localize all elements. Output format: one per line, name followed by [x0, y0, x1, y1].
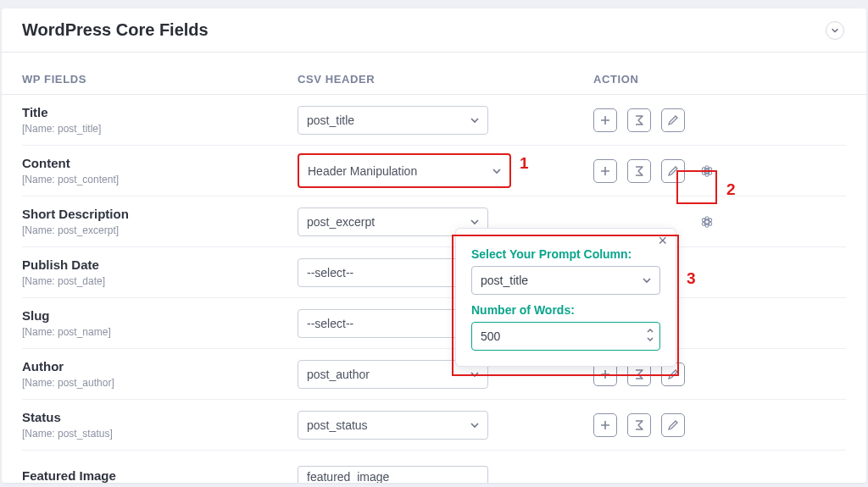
chevron-down-icon [831, 26, 839, 35]
plus-icon [598, 418, 612, 432]
ai-icon [700, 164, 714, 178]
field-info: Title [Name: post_title] [22, 105, 298, 135]
row-actions [556, 159, 846, 183]
collapse-toggle[interactable] [826, 21, 844, 40]
field-name: [Name: post_author] [22, 377, 298, 389]
chevron-down-icon [470, 217, 480, 227]
field-info: Featured Image [22, 468, 298, 483]
formula-button[interactable] [627, 108, 651, 132]
words-input[interactable]: 500 [471, 322, 660, 351]
field-info: Short Description [Name: post_excerpt] [22, 207, 298, 236]
ai-generate-button[interactable] [695, 210, 719, 234]
rows-container: Title [Name: post_title] post_title Cont… [2, 95, 866, 483]
chevron-down-icon [470, 115, 480, 125]
select-value: featured_image [307, 470, 389, 484]
csv-header-select[interactable]: Header Manipulation [298, 153, 511, 188]
field-name: [Name: post_content] [22, 174, 298, 185]
annotation-callout: 3 [687, 269, 696, 288]
add-button[interactable] [593, 159, 617, 183]
select-value: post_author [307, 368, 370, 381]
chevron-down-icon [642, 275, 652, 285]
edit-button[interactable] [661, 413, 685, 437]
chevron-down-icon [470, 369, 480, 379]
svg-point-1 [705, 219, 709, 223]
formula-button[interactable] [627, 413, 651, 437]
field-name: [Name: post_name] [22, 326, 298, 338]
pencil-icon [666, 113, 680, 127]
col-action: ACTION [556, 73, 846, 86]
ai-icon [700, 215, 714, 229]
panel-header: WordPress Core Fields [2, 8, 866, 53]
chevron-down-icon [646, 335, 654, 344]
select-value: --select-- [307, 266, 353, 279]
select-value: post_status [307, 418, 368, 432]
csv-header-select[interactable]: post_status [298, 411, 488, 440]
chevron-down-icon [470, 420, 480, 430]
add-button[interactable] [593, 413, 617, 437]
table-row: Title [Name: post_title] post_title [22, 95, 846, 146]
table-row: Author [Name: post_author] post_author [22, 349, 846, 400]
field-label: Slug [22, 308, 298, 324]
plus-icon [598, 368, 612, 381]
csv-header-select[interactable]: post_title [298, 106, 488, 135]
pencil-icon [666, 418, 680, 432]
svg-point-0 [705, 169, 709, 172]
table-row: Publish Date [Name: post_date] --select-… [22, 247, 846, 298]
sigma-icon [632, 113, 646, 127]
select-value: post_title [307, 113, 354, 127]
ai-config-popover: × Select Your Prompt Column: post_title … [455, 228, 676, 367]
number-stepper[interactable] [646, 326, 654, 344]
field-label: Short Description [22, 207, 298, 223]
table-row: Featured Image featured_image [22, 451, 846, 483]
words-label: Number of Words: [471, 303, 660, 317]
field-label: Content [22, 156, 298, 172]
prompt-column-label: Select Your Prompt Column: [471, 247, 660, 261]
ai-generate-button[interactable] [695, 159, 719, 183]
field-name: [Name: post_date] [22, 275, 298, 287]
row-actions [556, 108, 846, 132]
chevron-up-icon [646, 326, 654, 335]
close-button[interactable]: × [658, 232, 667, 250]
field-info: Content [Name: post_content] [22, 156, 298, 185]
annotation-callout: 2 [726, 180, 736, 199]
input-value: 500 [481, 329, 500, 343]
col-csv-header: CSV HEADER [298, 73, 556, 86]
field-info: Publish Date [Name: post_date] [22, 257, 298, 287]
table-row: Status [Name: post_status] post_status [22, 400, 846, 451]
field-info: Slug [Name: post_name] [22, 308, 298, 338]
close-icon: × [658, 232, 667, 249]
pencil-icon [666, 368, 680, 381]
field-label: Status [22, 410, 298, 426]
select-value: Header Manipulation [308, 164, 417, 178]
panel-title: WordPress Core Fields [22, 20, 209, 40]
field-label: Author [22, 359, 298, 375]
fields-panel: WordPress Core Fields WP FIELDS CSV HEAD… [2, 8, 866, 483]
sigma-icon [632, 164, 646, 178]
select-value: post_excerpt [307, 215, 375, 229]
table-row: Slug [Name: post_name] --select-- [22, 298, 846, 349]
plus-icon [598, 113, 612, 127]
csv-header-select[interactable]: featured_image [298, 466, 488, 483]
col-wp-fields: WP FIELDS [22, 73, 298, 86]
plus-icon [598, 164, 612, 178]
table-row: Short Description [Name: post_excerpt] p… [22, 196, 846, 247]
sigma-icon [632, 368, 646, 381]
field-label: Publish Date [22, 257, 298, 274]
add-button[interactable] [593, 108, 617, 132]
annotation-callout: 1 [520, 154, 529, 173]
table-header-row: WP FIELDS CSV HEADER ACTION [2, 53, 866, 95]
field-name: [Name: post_excerpt] [22, 224, 298, 236]
field-name: [Name: post_title] [22, 123, 298, 135]
formula-button[interactable] [627, 159, 651, 183]
field-info: Status [Name: post_status] [22, 410, 298, 440]
pencil-icon [666, 164, 680, 178]
field-info: Author [Name: post_author] [22, 359, 298, 389]
edit-button[interactable] [661, 159, 685, 183]
prompt-column-select[interactable]: post_title [471, 266, 660, 295]
edit-button[interactable] [661, 108, 685, 132]
row-actions [556, 413, 846, 437]
field-label: Title [22, 105, 298, 121]
sigma-icon [632, 418, 646, 432]
table-row: Content [Name: post_content] Header Mani… [22, 146, 846, 196]
field-name: [Name: post_status] [22, 428, 298, 440]
